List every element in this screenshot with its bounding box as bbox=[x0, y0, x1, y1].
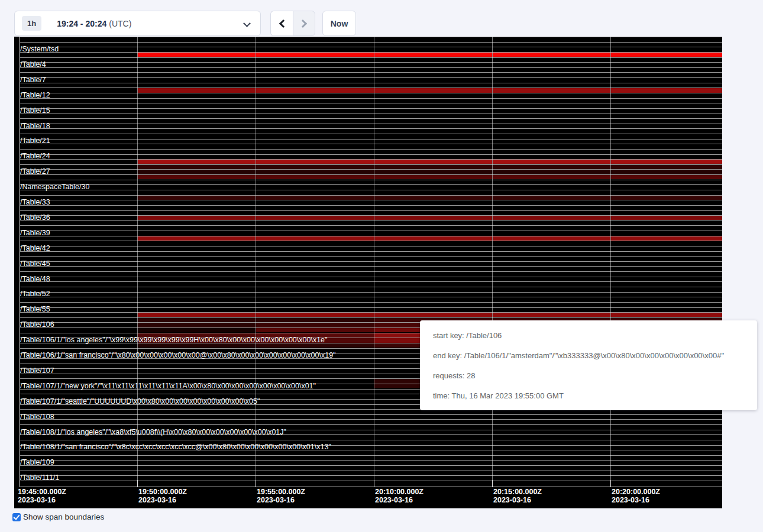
heatmap-band bbox=[256, 313, 374, 317]
heatmap-band bbox=[137, 53, 256, 57]
heatmap-band bbox=[137, 165, 256, 169]
heatmap-hline bbox=[20, 277, 722, 277]
heatmap-hline bbox=[20, 144, 722, 144]
heatmap-hline bbox=[20, 246, 722, 246]
heatmap-band bbox=[137, 328, 256, 332]
heatmap-band bbox=[137, 175, 256, 179]
heatmap-hline bbox=[20, 184, 722, 185]
heatmap-hline bbox=[20, 251, 722, 252]
heatmap-band bbox=[374, 88, 492, 92]
heatmap-band bbox=[137, 318, 256, 322]
heatmap-hline bbox=[20, 180, 722, 180]
heatmap-hline bbox=[20, 118, 722, 119]
heatmap-hline bbox=[20, 37, 722, 37]
heatmap-hline bbox=[20, 124, 722, 124]
heatmap-tick bbox=[492, 480, 493, 487]
heatmap-hline bbox=[20, 159, 722, 160]
heatmap-label: /Table/21 bbox=[20, 137, 50, 145]
heatmap-hline bbox=[20, 139, 722, 140]
heatmap-band bbox=[492, 175, 610, 179]
heatmap-label: /Table/107/1/"new york"/"\x11\x11\x11\x1… bbox=[20, 382, 316, 390]
heatmap-band bbox=[610, 175, 722, 179]
chevron-right-icon bbox=[299, 19, 307, 27]
heatmap-hline bbox=[20, 236, 722, 236]
heatmap-band bbox=[374, 196, 492, 200]
heatmap-label: /Table/111/1 bbox=[20, 474, 59, 482]
heatmap-hline bbox=[20, 128, 722, 129]
heatmap-band bbox=[256, 196, 374, 200]
heatmap-label: /Table/27 bbox=[20, 168, 50, 176]
heatmap-band bbox=[137, 323, 256, 327]
heatmap-hline bbox=[20, 205, 722, 206]
heatmap-hline bbox=[20, 231, 722, 231]
heatmap-hline bbox=[20, 87, 722, 88]
heatmap-band bbox=[492, 216, 610, 220]
heatmap-hline bbox=[20, 312, 722, 313]
heatmap-band bbox=[137, 160, 256, 164]
heatmap-band bbox=[610, 165, 722, 169]
heatmap-hline bbox=[20, 52, 722, 53]
heatmap-hline bbox=[20, 302, 722, 303]
heatmap-band bbox=[610, 88, 722, 92]
heatmap-label: /Table/106/1/"san francisco"/"\x80\x00\x… bbox=[20, 352, 336, 359]
time-range-label: 19:24 - 20:24(UTC) bbox=[57, 19, 131, 28]
heatmap-hline bbox=[20, 465, 722, 466]
heatmap-band bbox=[256, 88, 374, 92]
heatmap-hline bbox=[20, 83, 722, 83]
heatmap-hline bbox=[20, 154, 722, 155]
heatmap-label: /Table/24 bbox=[20, 153, 50, 160]
heatmap-band bbox=[492, 313, 610, 317]
heatmap-band bbox=[374, 53, 492, 57]
heatmap-hline bbox=[20, 287, 722, 287]
heatmap-hline bbox=[20, 281, 722, 282]
time-range-selector[interactable]: 1h 19:24 - 20:24(UTC) bbox=[14, 11, 261, 36]
heatmap-hline bbox=[20, 220, 722, 221]
heatmap-band bbox=[137, 170, 256, 174]
heatmap-axis: 20:15:00.000Z2023-03-16 bbox=[493, 488, 542, 504]
heatmap-hline bbox=[20, 200, 722, 200]
heatmap-band bbox=[137, 88, 256, 92]
timezone-label: (UTC) bbox=[109, 19, 131, 28]
heatmap-band bbox=[256, 318, 374, 322]
heatmap-hline bbox=[20, 424, 722, 425]
show-span-boundaries-label: Show span boundaries bbox=[23, 512, 104, 521]
duration-badge: 1h bbox=[22, 16, 41, 31]
tooltip-requests: requests: 28 bbox=[433, 366, 757, 386]
heatmap-label: /Table/36 bbox=[20, 214, 50, 222]
heatmap-hline bbox=[20, 307, 722, 308]
now-button[interactable]: Now bbox=[322, 11, 356, 36]
heatmap-label: /Table/108 bbox=[20, 413, 54, 421]
tooltip-time: time: Thu, 16 Mar 2023 19:55:00 GMT bbox=[433, 386, 757, 406]
heatmap-label: /Table/39 bbox=[20, 229, 50, 237]
heatmap-hline bbox=[20, 475, 722, 476]
heatmap-hline bbox=[20, 414, 722, 415]
heatmap[interactable]: /System/tsd/Table/4/Table/7/Table/12/Tab… bbox=[14, 37, 722, 508]
heatmap-hline bbox=[20, 215, 722, 216]
heatmap-band bbox=[492, 196, 610, 200]
chevron-down-icon bbox=[243, 20, 251, 27]
heatmap-label: /Table/52 bbox=[20, 290, 50, 298]
next-range-button[interactable] bbox=[293, 11, 315, 36]
heatmap-label: /Table/109 bbox=[20, 459, 54, 466]
heatmap-label: /Table/12 bbox=[20, 92, 50, 99]
heatmap-hline bbox=[20, 57, 722, 58]
heatmap-hline bbox=[20, 113, 722, 113]
heatmap-hline bbox=[20, 134, 722, 134]
heatmap-band bbox=[610, 216, 722, 220]
tooltip-start-key: start key: /Table/106 bbox=[433, 326, 757, 346]
heatmap-hline bbox=[20, 149, 722, 150]
span-tooltip: start key: /Table/106 end key: /Table/10… bbox=[420, 320, 757, 410]
previous-range-button[interactable] bbox=[270, 11, 293, 36]
heatmap-hline bbox=[20, 297, 722, 297]
heatmap-hline bbox=[20, 174, 722, 175]
heatmap-band bbox=[610, 53, 722, 57]
heatmap-hline bbox=[20, 108, 722, 109]
heatmap-hline bbox=[20, 317, 722, 318]
heatmap-hline bbox=[20, 486, 722, 486]
show-span-boundaries-checkbox[interactable] bbox=[12, 513, 21, 521]
heatmap-hline bbox=[20, 169, 722, 170]
heatmap-band bbox=[374, 165, 492, 169]
heatmap-label: /Table/42 bbox=[20, 245, 50, 252]
heatmap-label: /NamespaceTable/30 bbox=[20, 183, 89, 191]
heatmap-hline bbox=[20, 481, 722, 481]
